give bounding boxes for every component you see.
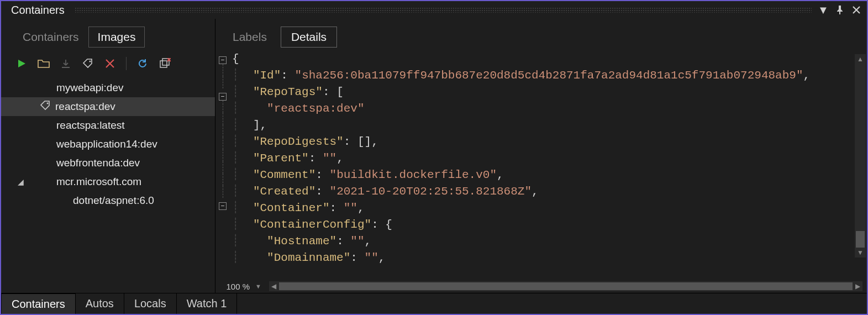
json-value: 2021-10-20T02:25:55.821868Z xyxy=(336,185,524,198)
tree-item-label: mcr.microsoft.com xyxy=(56,176,141,188)
fold-toggle-icon[interactable]: − xyxy=(219,202,227,210)
tab-images-view[interactable]: Images xyxy=(88,27,145,48)
json-key: Comment xyxy=(260,169,308,181)
tab-containers-view[interactable]: Containers xyxy=(13,27,88,48)
bottom-tab-containers[interactable]: Containers xyxy=(1,293,76,314)
refresh-icon[interactable] xyxy=(135,56,150,71)
json-key: RepoTags xyxy=(260,86,315,98)
delete-icon[interactable] xyxy=(103,56,117,71)
images-sidebar: Containers Images mywebapi:dev reactspa:… xyxy=(1,19,215,293)
svg-point-0 xyxy=(90,61,91,62)
tree-item[interactable]: reactspa:dev xyxy=(1,97,215,116)
tab-details[interactable]: Details xyxy=(281,27,337,48)
download-icon[interactable] xyxy=(59,56,73,71)
tree-item-label: reactspa:latest xyxy=(56,119,125,132)
vertical-scrollbar[interactable]: ▲ ▼ xyxy=(855,54,866,258)
svg-rect-2 xyxy=(162,59,169,65)
bottom-tab-watch1[interactable]: Watch 1 xyxy=(177,293,238,314)
json-key: Parent xyxy=(260,152,302,165)
fold-gutter: − − − xyxy=(215,51,230,280)
json-key: Hostname xyxy=(274,235,330,248)
json-value: buildkit.dockerfile.v0 xyxy=(336,169,490,181)
tab-labels[interactable]: Labels xyxy=(222,27,277,48)
tree-item-label: webapplication14:dev xyxy=(56,138,157,150)
bottom-tab-strip: Containers Autos Locals Watch 1 xyxy=(1,293,867,314)
tree-item[interactable]: mywebapi:dev xyxy=(1,78,215,97)
zoom-level[interactable]: 100 % xyxy=(220,282,250,291)
panel-titlebar: Containers ▼ xyxy=(1,1,867,19)
zoom-dropdown-icon[interactable]: ▼ xyxy=(253,283,264,290)
dropdown-icon[interactable]: ▼ xyxy=(818,5,828,15)
bottom-tab-autos[interactable]: Autos xyxy=(76,293,124,314)
chevron-down-icon[interactable]: ◢ xyxy=(17,177,24,186)
run-icon[interactable] xyxy=(14,56,29,71)
tree-item[interactable]: webfrontenda:dev xyxy=(1,154,215,172)
panel-title: Containers xyxy=(11,4,65,17)
fold-toggle-icon[interactable]: − xyxy=(219,56,227,64)
images-tree: mywebapi:dev reactspa:dev reactspa:lates… xyxy=(1,76,215,293)
json-value: sha256:0ba11079ff947bb687e20d8d5cd4b2871… xyxy=(302,69,796,82)
tree-item-label: mywebapi:dev xyxy=(56,82,123,94)
editor-statusbar: 100 % ▼ ◀ ▶ xyxy=(215,280,867,293)
json-key: Created xyxy=(260,185,308,198)
scrollbar-thumb[interactable] xyxy=(856,231,865,248)
close-icon[interactable] xyxy=(851,5,861,15)
scroll-down-icon[interactable]: ▼ xyxy=(855,248,866,258)
tree-item[interactable]: dotnet/aspnet:6.0 xyxy=(1,191,215,210)
scroll-right-icon[interactable]: ▶ xyxy=(853,281,862,291)
json-value: reactspa:dev xyxy=(274,102,357,115)
tree-item[interactable]: webapplication14:dev xyxy=(1,135,215,154)
scroll-up-icon[interactable]: ▲ xyxy=(855,54,866,64)
toolbar-divider xyxy=(126,57,127,70)
svg-point-3 xyxy=(47,102,49,104)
tag-icon[interactable] xyxy=(81,56,95,71)
fold-toggle-icon[interactable]: − xyxy=(219,93,227,101)
bottom-tab-locals[interactable]: Locals xyxy=(124,293,177,314)
tree-item-label: reactspa:dev xyxy=(55,101,115,113)
open-folder-icon[interactable] xyxy=(36,56,51,71)
json-key: ContainerConfig xyxy=(260,218,364,231)
tag-icon xyxy=(40,100,51,114)
tree-item[interactable]: ◢ mcr.microsoft.com xyxy=(1,172,215,191)
json-viewer[interactable]: { ┊ "Id": "sha256:0ba11079ff947bb687e20d… xyxy=(230,51,867,280)
grip-area[interactable] xyxy=(75,7,812,13)
right-nav-tabs: Labels Details xyxy=(215,19,867,51)
scrollbar-thumb[interactable] xyxy=(279,282,853,290)
json-key: RepoDigests xyxy=(260,135,336,148)
prune-icon[interactable] xyxy=(157,56,172,71)
json-key: Id xyxy=(260,69,273,82)
json-key: Domainname xyxy=(274,251,344,264)
pin-icon[interactable] xyxy=(835,5,845,15)
tree-item-label: dotnet/aspnet:6.0 xyxy=(73,195,154,207)
images-toolbar xyxy=(1,54,215,76)
svg-rect-1 xyxy=(160,61,167,67)
json-key: Container xyxy=(260,202,322,214)
tree-item[interactable]: reactspa:latest xyxy=(1,116,215,135)
left-nav-tabs: Containers Images xyxy=(1,19,215,54)
horizontal-scrollbar[interactable]: ◀ ▶ xyxy=(269,281,862,291)
tree-item-label: webfrontenda:dev xyxy=(56,157,140,169)
details-pane: Labels Details − − − { ┊ "Id": "sha256:0… xyxy=(215,19,867,293)
scroll-left-icon[interactable]: ◀ xyxy=(269,281,279,291)
